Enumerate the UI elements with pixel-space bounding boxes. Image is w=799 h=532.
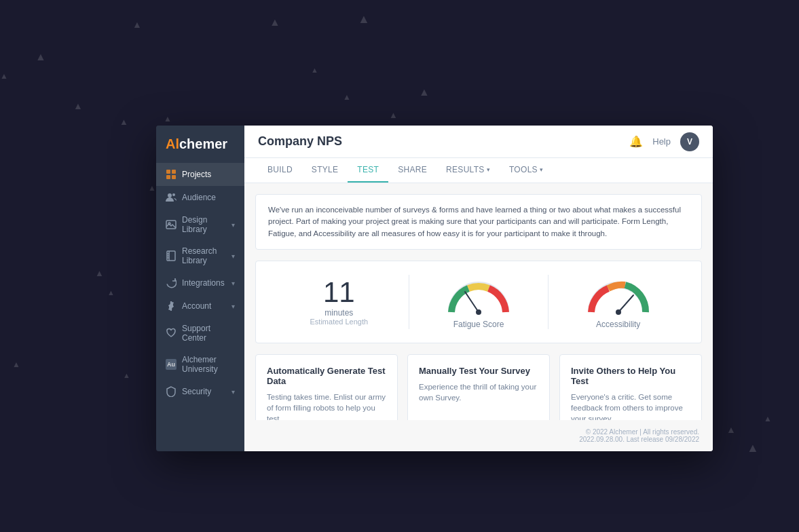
sidebar-item-design-library[interactable]: Design Library ▾: [156, 209, 244, 240]
footer: © 2022 Alchemer | All rights reserved. 2…: [244, 420, 713, 451]
sidebar-item-integrations[interactable]: Integrations ▾: [156, 271, 244, 294]
card-manual-test-title: Manually Test Your Survey: [419, 366, 538, 376]
svg-rect-1: [172, 170, 176, 174]
card-auto-generate-desc: Testing takes time. Enlist our army of f…: [267, 392, 386, 420]
info-banner: We've run an inconceivable number of sur…: [255, 194, 702, 250]
chevron-icon: ▾: [231, 280, 235, 287]
notifications-bell-icon[interactable]: 🔔: [629, 135, 643, 148]
fatigue-score-metric: Fatigue Score: [409, 275, 549, 329]
card-auto-generate: Automatically Generate Test Data Testing…: [255, 354, 398, 420]
sidebar-item-label: Design Library: [182, 215, 226, 234]
sidebar-item-label: Account: [182, 301, 211, 311]
heart-icon: [166, 328, 176, 339]
chevron-icon: ▾: [231, 221, 235, 229]
fatigue-score-label: Fatigue Score: [453, 320, 504, 329]
sidebar-item-label: Integrations: [182, 278, 225, 288]
tab-build[interactable]: BUILD: [258, 158, 302, 183]
accessibility-metric: Accessibility: [549, 275, 688, 329]
svg-rect-0: [166, 170, 170, 174]
logo: Alchemer: [156, 126, 244, 163]
sidebar-item-account[interactable]: Account ▾: [156, 294, 244, 318]
fatigue-gauge: [445, 275, 513, 316]
sidebar-item-research-library[interactable]: Research Library ▾: [156, 240, 244, 271]
app-window: Alchemer Projects Audience: [156, 126, 713, 451]
sidebar-item-projects[interactable]: Projects: [156, 163, 244, 186]
accessibility-gauge: [584, 275, 652, 316]
info-banner-text: We've run an inconceivable number of sur…: [268, 206, 681, 238]
footer-line2: 2022.09.28.00. Last release 09/28/2022: [258, 436, 699, 443]
sidebar-item-security[interactable]: Security ▾: [156, 380, 244, 403]
card-invite-others: Invite Others to Help You Test Everyone'…: [559, 354, 702, 420]
grid-icon: [166, 169, 176, 180]
estimated-length-label: Estimated Length: [270, 318, 409, 326]
footer-line1: © 2022 Alchemer | All rights reserved.: [258, 428, 699, 436]
help-link[interactable]: Help: [652, 136, 671, 147]
tab-results[interactable]: RESULTS ▾: [436, 158, 500, 183]
brand-logo: Alchemer: [166, 136, 235, 152]
svg-rect-2: [166, 175, 170, 179]
svg-point-10: [476, 309, 481, 315]
sidebar-item-label: Support Center: [182, 324, 235, 343]
accessibility-label: Accessibility: [596, 320, 640, 329]
logo-accent: Al: [166, 136, 179, 151]
image-icon: [166, 219, 176, 230]
refresh-icon: [166, 278, 176, 288]
tab-tools[interactable]: TOOLS ▾: [500, 158, 553, 183]
chevron-icon: ▾: [231, 388, 235, 396]
shield-icon: [166, 386, 176, 397]
svg-line-9: [465, 292, 479, 312]
estimated-length-metric: 11 minutes Estimated Length: [270, 278, 409, 326]
book-icon: [166, 250, 176, 261]
tab-share[interactable]: SHARE: [388, 158, 436, 183]
chevron-down-icon: ▾: [487, 166, 490, 173]
card-auto-generate-title: Automatically Generate Test Data: [267, 366, 386, 386]
sidebar-item-alchemer-university[interactable]: Au Alchemer University: [156, 349, 244, 380]
sidebar-item-label: Audience: [182, 193, 216, 202]
gear-icon: [166, 301, 176, 311]
topbar: Company NPS 🔔 Help V: [244, 126, 713, 158]
card-invite-others-title: Invite Others to Help You Test: [571, 366, 690, 386]
sidebar: Alchemer Projects Audience: [156, 126, 244, 451]
au-icon: Au: [166, 359, 176, 370]
metrics-panel: 11 minutes Estimated Length: [255, 261, 702, 343]
estimated-length-unit: minutes: [270, 308, 409, 318]
svg-point-5: [172, 193, 175, 196]
users-icon: [166, 192, 176, 203]
card-invite-others-desc: Everyone's a critic. Get some feedback f…: [571, 392, 690, 420]
cards-section: Automatically Generate Test Data Testing…: [255, 354, 702, 420]
chevron-icon: ▾: [231, 303, 235, 310]
content-area: We've run an inconceivable number of sur…: [244, 183, 713, 420]
sidebar-item-label: Security: [182, 387, 211, 396]
topbar-actions: 🔔 Help V: [629, 132, 699, 151]
sidebar-item-audience[interactable]: Audience: [156, 186, 244, 209]
chevron-icon: ▾: [231, 252, 235, 260]
tab-test[interactable]: TEST: [348, 158, 388, 183]
svg-rect-3: [172, 175, 176, 179]
chevron-down-icon: ▾: [540, 166, 543, 173]
page-title: Company NPS: [258, 134, 629, 149]
sidebar-item-support-center[interactable]: Support Center: [156, 318, 244, 349]
sidebar-item-label: Alchemer University: [182, 355, 235, 374]
svg-point-4: [168, 193, 172, 197]
sidebar-item-label: Research Library: [182, 246, 226, 265]
tab-style[interactable]: STYLE: [302, 158, 348, 183]
tab-bar: BUILD STYLE TEST SHARE RESULTS ▾ TOOLS ▾: [244, 158, 713, 183]
card-manual-test: Manually Test Your Survey Experience the…: [407, 354, 550, 420]
card-manual-test-desc: Experience the thrill of taking your own…: [419, 381, 538, 420]
svg-line-11: [618, 295, 633, 312]
sidebar-item-label: Projects: [182, 170, 211, 179]
user-avatar[interactable]: V: [680, 132, 699, 151]
estimated-length-number: 11: [270, 278, 409, 307]
logo-rest: chemer: [179, 136, 227, 151]
svg-point-12: [616, 309, 621, 315]
main-content: Company NPS 🔔 Help V BUILD STYLE TEST SH…: [244, 126, 713, 451]
sidebar-navigation: Projects Audience Design Library ▾: [156, 163, 244, 451]
